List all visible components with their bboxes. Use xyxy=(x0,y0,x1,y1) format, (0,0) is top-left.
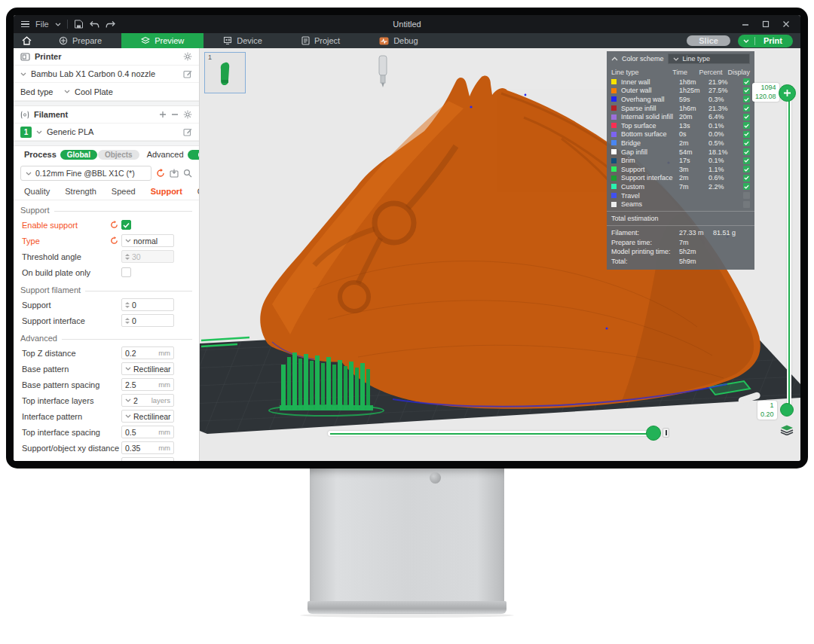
scope-objects-button[interactable]: Objects xyxy=(98,150,139,160)
tab-debug[interactable]: Debug xyxy=(360,33,437,48)
slice-button[interactable]: Slice xyxy=(687,35,730,46)
line-type-name: Gap infill xyxy=(621,148,679,156)
minimize-button[interactable] xyxy=(742,20,749,28)
redo-icon[interactable] xyxy=(106,20,115,29)
line-type-legend: Color scheme Line type Line type Time Pe… xyxy=(607,51,754,270)
param-row-top-interface-layers: Top interface layers2layers xyxy=(14,392,199,408)
collapse-chevron-icon[interactable] xyxy=(611,56,618,61)
home-button[interactable] xyxy=(14,33,39,48)
display-checkbox[interactable] xyxy=(743,96,750,102)
select-control[interactable]: 2layers xyxy=(121,394,174,407)
tab-support[interactable]: Support xyxy=(143,187,190,196)
undo-icon[interactable] xyxy=(90,20,99,29)
param-row-threshold-angle: Threshold angle30 xyxy=(14,249,199,264)
display-checkbox[interactable] xyxy=(743,183,750,190)
spin-control[interactable]: 30 xyxy=(121,250,174,263)
edit-icon[interactable] xyxy=(183,69,192,78)
checkbox-unchecked[interactable] xyxy=(121,267,131,277)
tab-device[interactable]: Device xyxy=(204,33,282,48)
display-checkbox[interactable] xyxy=(743,87,750,94)
display-checkbox[interactable] xyxy=(743,192,750,199)
input-control[interactable]: 0.2mm xyxy=(121,346,174,359)
display-checkbox[interactable] xyxy=(743,148,750,155)
print-button[interactable]: Print xyxy=(755,35,793,47)
file-menu[interactable]: File xyxy=(35,20,49,29)
display-checkbox[interactable] xyxy=(743,201,750,208)
tab-speed[interactable]: Speed xyxy=(104,187,143,196)
monitor-stand-hole xyxy=(430,472,441,484)
reset-value-icon[interactable] xyxy=(110,221,118,229)
advanced-toggle[interactable] xyxy=(188,150,200,160)
param-label: Max bridge length xyxy=(22,459,121,462)
search-icon[interactable] xyxy=(183,169,192,178)
input-control[interactable]: 20mm xyxy=(121,457,174,461)
menu-icon[interactable] xyxy=(21,20,29,29)
legend-row-overhang-wall: Overhang wall59s0.3% xyxy=(607,95,754,104)
checkbox-checked[interactable] xyxy=(121,220,131,230)
display-checkbox[interactable] xyxy=(743,166,750,172)
process-preset-select[interactable]: 0.12mm Fine @BBL X1C (*) xyxy=(20,166,151,181)
display-checkbox[interactable] xyxy=(743,139,750,146)
maximize-button[interactable] xyxy=(762,20,770,28)
display-checkbox[interactable] xyxy=(743,78,750,85)
tab-strength[interactable]: Strength xyxy=(57,187,104,196)
filament-preset-select[interactable]: 1 Generic PLA xyxy=(14,123,199,141)
display-checkbox[interactable] xyxy=(743,114,750,121)
spin-control[interactable]: 0 xyxy=(121,298,174,311)
bed-type-select[interactable]: Cool Plate xyxy=(75,87,113,96)
layer-slider-top-handle[interactable] xyxy=(779,84,796,102)
tab-preview[interactable]: Preview xyxy=(121,33,204,48)
chevron-down-icon xyxy=(26,172,32,175)
printer-settings-gear-icon[interactable] xyxy=(183,52,192,61)
input-control[interactable]: 0.5mm xyxy=(121,426,174,438)
chevron-down-icon[interactable] xyxy=(55,23,61,26)
remove-filament-icon[interactable] xyxy=(171,111,179,118)
select-control[interactable]: Rectilinear xyxy=(121,410,174,423)
display-checkbox[interactable] xyxy=(743,157,750,164)
line-type-percent: 0.0% xyxy=(708,130,740,138)
line-type-name: Brim xyxy=(621,157,679,164)
viewport-3d[interactable]: Bambu Lab xyxy=(200,48,800,461)
close-button[interactable] xyxy=(782,20,790,28)
save-icon[interactable] xyxy=(74,20,84,29)
tab-prepare[interactable]: Prepare xyxy=(39,33,121,48)
printer-section-header: Printer xyxy=(14,48,199,65)
parameter-area: SupportEnable supportTypenormalThreshold… xyxy=(14,200,199,461)
add-filament-icon[interactable] xyxy=(159,111,167,118)
plate-thumbnail[interactable]: 1 xyxy=(204,52,246,93)
reset-value-icon[interactable] xyxy=(110,237,118,245)
reset-preset-icon[interactable] xyxy=(156,169,165,178)
line-type-percent: 0.3% xyxy=(708,96,740,103)
display-checkbox[interactable] xyxy=(743,105,750,111)
scope-global-button[interactable]: Global xyxy=(60,150,97,160)
input-control[interactable]: 2.5mm xyxy=(121,378,174,391)
color-scheme-label: Color scheme xyxy=(622,55,664,63)
display-checkbox[interactable] xyxy=(743,122,750,129)
param-label: Enable support xyxy=(22,221,110,230)
filament-settings-gear-icon[interactable] xyxy=(183,110,192,119)
edit-icon[interactable] xyxy=(183,127,192,136)
layer-slider-top-label: 1094 120.08 xyxy=(752,83,779,102)
tab-project[interactable]: Project xyxy=(282,33,360,48)
display-checkbox[interactable] xyxy=(743,131,750,138)
tab-others[interactable]: Others xyxy=(190,187,200,196)
move-slider-handle[interactable] xyxy=(646,426,661,441)
line-type-name: Support interface xyxy=(621,174,679,182)
spin-control[interactable]: 0 xyxy=(121,314,174,327)
save-preset-icon[interactable] xyxy=(170,169,179,178)
input-control[interactable]: 0.35mm xyxy=(121,441,174,454)
view-mode-select[interactable]: Line type xyxy=(668,53,750,64)
select-control[interactable]: Rectilinear xyxy=(121,362,174,375)
display-checkbox[interactable] xyxy=(743,175,750,182)
section-divider xyxy=(14,101,199,106)
tab-quality[interactable]: Quality xyxy=(17,187,57,196)
print-options-chevron[interactable] xyxy=(738,37,755,45)
printer-preset-select[interactable]: Bambu Lab X1 Carbon 0.4 nozzle xyxy=(14,65,199,83)
line-type-percent: 0.1% xyxy=(708,122,740,130)
layers-icon[interactable] xyxy=(780,424,794,435)
select-control[interactable]: normal xyxy=(121,234,174,247)
total-estimation-title: Total estimation xyxy=(607,211,754,224)
layer-slider-bottom-handle[interactable] xyxy=(780,403,794,417)
process-preset-row: 0.12mm Fine @BBL X1C (*) xyxy=(14,163,199,183)
preview-icon xyxy=(141,36,150,45)
